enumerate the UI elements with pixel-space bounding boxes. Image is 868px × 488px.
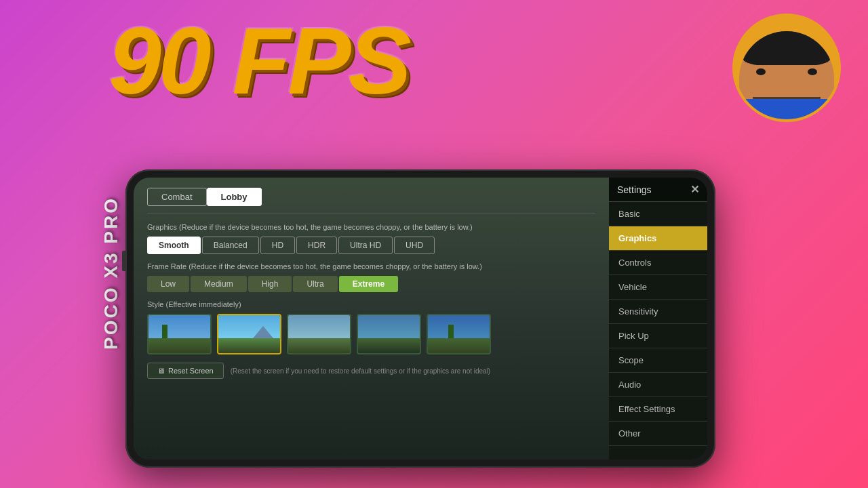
reset-btn-row: 🖥 Reset Screen (Reset the screen if you … bbox=[147, 363, 595, 379]
quality-ultra-hd[interactable]: Ultra HD bbox=[338, 237, 393, 254]
settings-sidebar: Settings ✕ Basic Graphics Controls Vehic… bbox=[609, 178, 707, 460]
sidebar-item-vehicle[interactable]: Vehicle bbox=[609, 275, 707, 300]
framerate-buttons-row: Low Medium High Ultra Extreme bbox=[147, 276, 595, 292]
sidebar-item-sensitivity[interactable]: Sensitivity bbox=[609, 300, 707, 324]
device-label: POCO X3 PRO bbox=[100, 197, 122, 350]
style-thumbnails bbox=[147, 314, 595, 354]
quality-smooth[interactable]: Smooth bbox=[147, 237, 201, 254]
settings-header: Settings ✕ bbox=[609, 178, 707, 202]
sidebar-item-basic[interactable]: Basic bbox=[609, 202, 707, 226]
phone-screen: Combat Lobby Graphics (Reduce if the dev… bbox=[134, 178, 707, 460]
reset-screen-note: (Reset the screen if you need to restore… bbox=[231, 367, 491, 375]
style-thumb-4[interactable] bbox=[357, 314, 421, 354]
sidebar-item-audio[interactable]: Audio bbox=[609, 373, 707, 397]
quality-buttons-row: Smooth Balanced HD HDR Ultra HD UHD bbox=[147, 237, 595, 254]
sidebar-item-effect[interactable]: Effect Settings bbox=[609, 397, 707, 422]
style-thumb-2[interactable] bbox=[217, 314, 281, 354]
settings-title: Settings bbox=[617, 184, 652, 195]
style-label: Style (Effective immediately) bbox=[147, 300, 595, 308]
quality-balanced[interactable]: Balanced bbox=[202, 237, 259, 254]
framerate-label: Frame Rate (Reduce if the device becomes… bbox=[147, 262, 595, 270]
tab-combat[interactable]: Combat bbox=[147, 188, 207, 206]
fps-high[interactable]: High bbox=[248, 276, 292, 292]
monitor-icon: 🖥 bbox=[157, 367, 165, 375]
sidebar-item-scope[interactable]: Scope bbox=[609, 348, 707, 373]
fps-extreme[interactable]: Extreme bbox=[339, 276, 398, 292]
style-thumb-1[interactable] bbox=[147, 314, 212, 354]
fps-title: 90 FPS bbox=[108, 14, 409, 108]
sidebar-item-other[interactable]: Other bbox=[609, 422, 707, 446]
sidebar-item-pickup[interactable]: Pick Up bbox=[609, 324, 707, 348]
tab-lobby[interactable]: Lobby bbox=[207, 188, 262, 206]
close-icon[interactable]: ✕ bbox=[690, 183, 699, 196]
quality-hd[interactable]: HD bbox=[260, 237, 295, 254]
reset-screen-label: Reset Screen bbox=[168, 367, 214, 375]
fps-medium[interactable]: Medium bbox=[191, 276, 247, 292]
fps-ultra[interactable]: Ultra bbox=[293, 276, 337, 292]
style-thumb-3[interactable] bbox=[287, 314, 351, 354]
graphics-label: Graphics (Reduce if the device becomes t… bbox=[147, 223, 595, 231]
divider-1 bbox=[147, 213, 595, 214]
reset-screen-button[interactable]: 🖥 Reset Screen bbox=[147, 363, 224, 379]
style-thumb-5[interactable] bbox=[427, 314, 491, 354]
settings-main-content: Combat Lobby Graphics (Reduce if the dev… bbox=[134, 178, 609, 460]
sidebar-item-controls[interactable]: Controls bbox=[609, 251, 707, 275]
fps-low[interactable]: Low bbox=[147, 276, 189, 292]
sidebar-item-graphics[interactable]: Graphics bbox=[609, 226, 707, 251]
tabs-row: Combat Lobby bbox=[147, 188, 595, 206]
phone-device: Combat Lobby Graphics (Reduce if the dev… bbox=[125, 169, 715, 468]
quality-hdr[interactable]: HDR bbox=[296, 237, 337, 254]
avatar bbox=[732, 14, 841, 122]
quality-uhd[interactable]: UHD bbox=[394, 237, 435, 254]
